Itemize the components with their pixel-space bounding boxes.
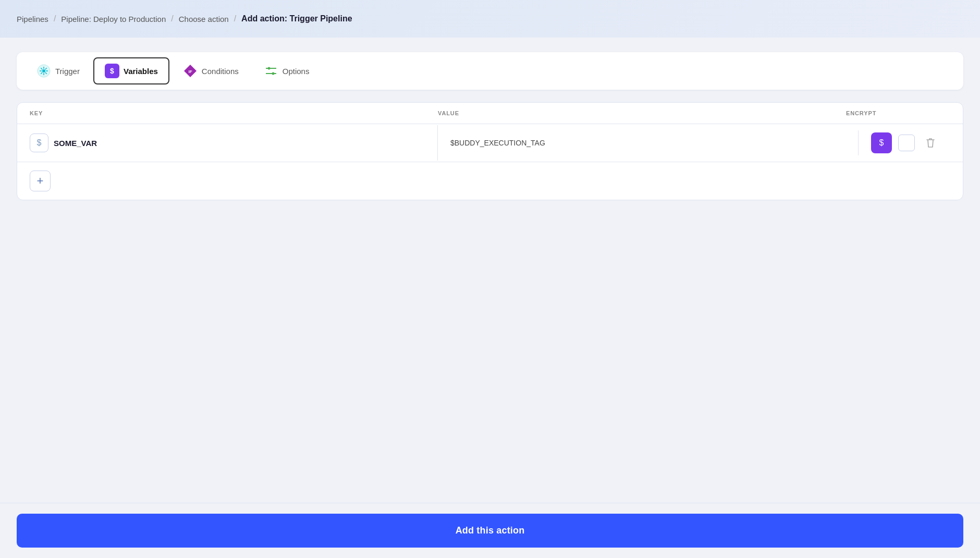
breadcrumb-pipelines[interactable]: Pipelines xyxy=(17,15,48,23)
tab-trigger[interactable]: Trigger xyxy=(25,57,91,84)
encrypt-cell: $ xyxy=(859,124,963,162)
col-value: VALUE xyxy=(438,110,846,116)
breadcrumb-sep-3: / xyxy=(234,14,236,23)
variables-icon: $ xyxy=(105,64,119,78)
value-text: $BUDDY_EXECUTION_TAG xyxy=(450,139,846,147)
tab-options[interactable]: Options xyxy=(252,57,321,84)
variables-table: KEY VALUE ENCRYPT $ SOME_VAR $BUDDY_EXEC… xyxy=(17,102,963,200)
table-row: $ SOME_VAR $BUDDY_EXECUTION_TAG $ xyxy=(17,124,963,162)
tabs-bar: Trigger $ Variables IF Conditions xyxy=(17,52,963,90)
delete-row-button[interactable] xyxy=(921,134,940,152)
breadcrumb-current: Add action: Trigger Pipeline xyxy=(241,14,352,23)
add-row-section: + xyxy=(17,162,963,200)
col-encrypt: ENCRYPT xyxy=(846,110,950,116)
tab-conditions-label: Conditions xyxy=(202,67,239,76)
key-cell: $ SOME_VAR xyxy=(17,125,438,161)
svg-text:IF: IF xyxy=(188,69,192,74)
tab-options-label: Options xyxy=(283,67,310,76)
breadcrumb-pipeline[interactable]: Pipeline: Deploy to Production xyxy=(61,15,166,23)
tab-trigger-label: Trigger xyxy=(55,67,80,76)
breadcrumb-bar: Pipelines / Pipeline: Deploy to Producti… xyxy=(0,0,980,38)
col-key: KEY xyxy=(30,110,438,116)
breadcrumb-sep-1: / xyxy=(54,14,56,23)
table-header: KEY VALUE ENCRYPT xyxy=(17,103,963,124)
tab-variables[interactable]: $ Variables xyxy=(93,57,169,84)
svg-point-1 xyxy=(42,69,45,72)
conditions-icon: IF xyxy=(183,64,198,78)
add-action-button[interactable]: Add this action xyxy=(17,514,963,548)
breadcrumb-choose-action[interactable]: Choose action xyxy=(179,15,229,23)
tab-variables-label: Variables xyxy=(124,67,158,76)
encrypt-dollar-button[interactable]: $ xyxy=(871,132,892,153)
options-icon xyxy=(264,64,278,78)
trigger-icon xyxy=(36,64,51,78)
key-icon: $ xyxy=(30,134,48,152)
encrypt-checkbox[interactable] xyxy=(898,135,915,151)
add-variable-button[interactable]: + xyxy=(30,171,51,191)
value-cell: $BUDDY_EXECUTION_TAG xyxy=(438,130,859,155)
key-value: SOME_VAR xyxy=(54,139,97,148)
add-icon: + xyxy=(37,175,44,187)
footer: Add this action xyxy=(0,503,980,558)
main-content: Trigger $ Variables IF Conditions xyxy=(0,38,980,359)
breadcrumb-sep-2: / xyxy=(171,14,173,23)
tab-conditions[interactable]: IF Conditions xyxy=(172,57,250,84)
